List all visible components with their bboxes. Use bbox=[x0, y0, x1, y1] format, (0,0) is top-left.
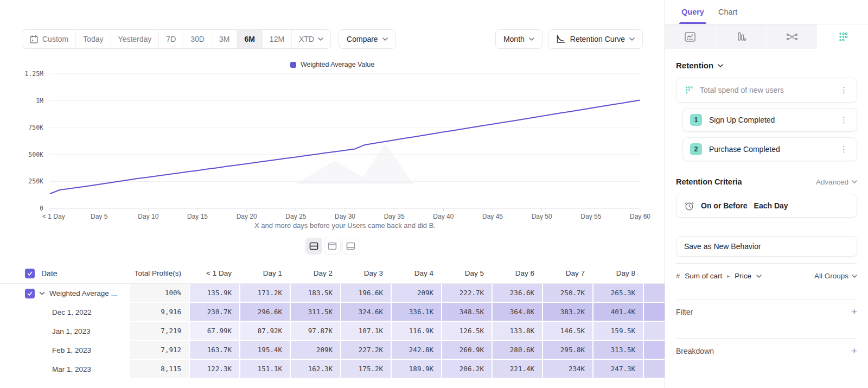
retention-value-cell[interactable]: 236.6K bbox=[493, 284, 543, 303]
table-row[interactable]: Dec 1, 20229,916230.7K296.6K311.5K324.6K… bbox=[0, 303, 665, 322]
table-view-button[interactable] bbox=[342, 238, 359, 255]
row-date-cell[interactable]: Jan 1, 2023 bbox=[0, 322, 130, 341]
save-as-new-behavior-button[interactable]: Save as New Behavior bbox=[676, 236, 857, 257]
retention-value-cell[interactable]: 67.99K bbox=[190, 322, 240, 341]
retention-value-cell[interactable]: 295.8K bbox=[543, 341, 593, 360]
retention-value-cell[interactable]: 162.3K bbox=[291, 360, 341, 379]
retention-value-cell[interactable]: 250.7K bbox=[543, 284, 593, 303]
kebab-menu-icon[interactable]: ⋮ bbox=[838, 85, 850, 95]
retention-value-cell[interactable]: 126.5K bbox=[442, 322, 493, 341]
range-6m[interactable]: 6M bbox=[237, 30, 262, 48]
retention-value-cell[interactable]: 116.9K bbox=[392, 322, 442, 341]
retention-value-cell[interactable]: 151.1K bbox=[240, 360, 291, 379]
add-breakdown-button[interactable]: + bbox=[851, 345, 857, 357]
criteria-condition[interactable]: On or Before bbox=[701, 201, 748, 210]
table-row[interactable]: Weighted Average ...100%135.9K171.2K183.… bbox=[0, 284, 665, 303]
row-date-cell[interactable]: Dec 1, 2022 bbox=[0, 303, 130, 322]
chart-view-button[interactable] bbox=[324, 238, 341, 255]
row-checkbox[interactable] bbox=[25, 289, 35, 298]
group-selector[interactable]: All Groups bbox=[814, 272, 857, 280]
compare-button[interactable]: Compare bbox=[339, 29, 396, 49]
retention-value-cell[interactable]: 348.5K bbox=[442, 303, 493, 322]
row-date-cell[interactable]: Feb 1, 2023 bbox=[0, 341, 130, 360]
retention-value-cell[interactable]: 196.6K bbox=[341, 284, 392, 303]
header-cell-date[interactable]: Date bbox=[0, 263, 130, 283]
retention-value-cell[interactable]: 242.8K bbox=[392, 341, 442, 360]
retention-value-cell[interactable]: 260.9K bbox=[442, 341, 493, 360]
retention-value-cell[interactable]: 97.87K bbox=[291, 322, 341, 341]
range-12m[interactable]: 12M bbox=[263, 30, 292, 48]
retention-value-cell[interactable]: 311.5K bbox=[291, 303, 341, 322]
kebab-menu-icon[interactable]: ⋮ bbox=[838, 144, 850, 154]
tab-chart[interactable]: Chart bbox=[718, 0, 737, 24]
chart-legend[interactable]: Weighted Average Value bbox=[0, 61, 665, 68]
retention-value-cell[interactable]: 209K bbox=[291, 341, 341, 360]
retention-value-cell[interactable]: 364.8K bbox=[493, 303, 543, 322]
range-3m[interactable]: 3M bbox=[212, 30, 237, 48]
retention-value-cell[interactable]: 195.4K bbox=[240, 341, 291, 360]
chart-type-button[interactable]: Retention Curve bbox=[548, 29, 643, 49]
split-view-button[interactable] bbox=[305, 238, 322, 255]
insights-report-button[interactable] bbox=[665, 24, 716, 49]
x-axis-tick-label: Day 40 bbox=[433, 213, 454, 220]
retention-value-cell[interactable]: 171.2K bbox=[240, 284, 291, 303]
retention-value-cell[interactable]: 135.9K bbox=[190, 284, 240, 303]
funnels-report-button[interactable] bbox=[716, 24, 767, 49]
retention-value-cell[interactable]: 107.1K bbox=[341, 322, 392, 341]
table-row[interactable]: Mar 1, 20238,115122.3K151.1K162.3K175.2K… bbox=[0, 360, 665, 379]
metric-selector[interactable]: # Sum of cart ▸ Price bbox=[676, 272, 814, 280]
retention-value-cell[interactable]: 336.1K bbox=[392, 303, 442, 322]
criteria-frequency[interactable]: Each Day bbox=[754, 201, 788, 210]
range-30d[interactable]: 30D bbox=[183, 30, 212, 48]
retention-value-cell[interactable]: 227.2K bbox=[341, 341, 392, 360]
panel-tabs: Query Chart bbox=[665, 0, 868, 24]
retention-value-cell[interactable]: 222.7K bbox=[442, 284, 493, 303]
retention-value-cell[interactable]: 383.2K bbox=[543, 303, 593, 322]
range-xtd[interactable]: XTD bbox=[292, 30, 330, 48]
retention-value-cell[interactable]: 146.5K bbox=[543, 322, 593, 341]
tab-query[interactable]: Query bbox=[681, 0, 704, 24]
behavior-card-header[interactable]: Total spend of new users ⋮ bbox=[676, 78, 857, 103]
retention-value-cell[interactable]: 324.6K bbox=[341, 303, 392, 322]
criteria-condition-card[interactable]: On or Before Each Day bbox=[676, 194, 857, 218]
retention-section-header[interactable]: Retention bbox=[676, 61, 857, 70]
retention-value-cell[interactable]: 221.4K bbox=[493, 360, 543, 379]
table-row[interactable]: Feb 1, 20237,912163.7K195.4K209K227.2K24… bbox=[0, 341, 665, 360]
retention-value-cell[interactable]: 280.6K bbox=[493, 341, 543, 360]
flows-report-button[interactable] bbox=[767, 24, 818, 49]
advanced-dropdown[interactable]: Advanced bbox=[816, 178, 857, 186]
kebab-menu-icon[interactable]: ⋮ bbox=[838, 115, 850, 125]
retention-value-cell[interactable]: 133.8K bbox=[493, 322, 543, 341]
range-today[interactable]: Today bbox=[76, 30, 111, 48]
add-filter-button[interactable]: + bbox=[851, 306, 857, 318]
retention-value-cell[interactable]: 122.3K bbox=[190, 360, 240, 379]
row-date-cell[interactable]: Weighted Average ... bbox=[0, 284, 130, 303]
table-row[interactable]: Jan 1, 20237,21967.99K87.92K97.87K107.1K… bbox=[0, 322, 665, 341]
expand-caret-icon[interactable] bbox=[39, 291, 45, 295]
retention-value-cell[interactable]: 183.5K bbox=[291, 284, 341, 303]
retention-value-cell[interactable]: 209K bbox=[392, 284, 442, 303]
retention-value-cell[interactable]: 313.5K bbox=[593, 341, 644, 360]
range-7d[interactable]: 7D bbox=[159, 30, 183, 48]
retention-value-cell[interactable]: 189.9K bbox=[392, 360, 442, 379]
retention-value-cell[interactable]: 234K bbox=[543, 360, 593, 379]
row-date-cell[interactable]: Mar 1, 2023 bbox=[0, 360, 130, 379]
retention-value-cell[interactable]: 87.92K bbox=[240, 322, 291, 341]
retention-value-cell[interactable]: 230.7K bbox=[190, 303, 240, 322]
retention-value-cell[interactable]: 401.4K bbox=[593, 303, 644, 322]
range-custom[interactable]: Custom bbox=[22, 30, 76, 48]
retention-value-cell[interactable]: 265.3K bbox=[593, 284, 644, 303]
retention-value-cell[interactable]: 296.6K bbox=[240, 303, 291, 322]
retention-report-button[interactable] bbox=[818, 24, 868, 49]
retention-value-cell[interactable]: 206.2K bbox=[442, 360, 493, 379]
range-yesterday[interactable]: Yesterday bbox=[111, 30, 159, 48]
retention-value-cell[interactable]: 175.2K bbox=[341, 360, 392, 379]
retention-value-cell[interactable]: 247.3K bbox=[593, 360, 644, 379]
retention-value-cell[interactable]: 163.7K bbox=[190, 341, 240, 360]
row-checkbox[interactable] bbox=[25, 269, 35, 278]
step-row-1[interactable]: 1 Sign Up Completed ⋮ bbox=[682, 108, 857, 132]
line-chart-canvas[interactable]: 0250K500K750K1M1.25M< 1 DayDay 5Day 10Da… bbox=[0, 49, 665, 233]
granularity-button[interactable]: Month bbox=[495, 29, 542, 49]
step-row-2[interactable]: 2 Purchase Completed ⋮ bbox=[682, 137, 857, 161]
retention-value-cell[interactable]: 159.5K bbox=[593, 322, 644, 341]
